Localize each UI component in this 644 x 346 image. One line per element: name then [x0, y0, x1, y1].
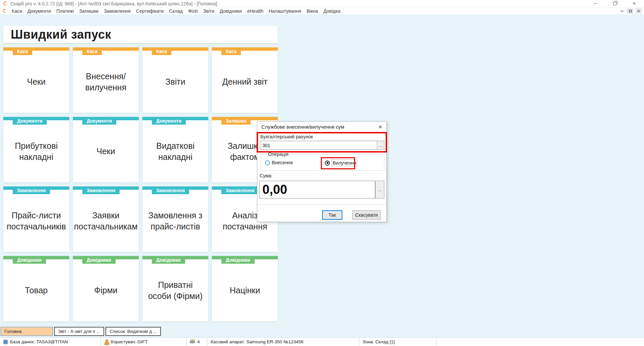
tile-заявки-постачальникам[interactable]: ЗамовленняЗаявки постачальникам — [73, 186, 139, 252]
status-text: База даних: TASA3@TITAN — [10, 339, 68, 344]
status-bar: База даних: TASA3@TITANКористувач: GIFT4… — [0, 337, 644, 346]
tile-приватні-особи-фірми-[interactable]: ДовідникиПриватні особи (Фірми) — [142, 256, 208, 321]
account-input[interactable]: 301 — [260, 141, 377, 150]
menu-item-12[interactable]: Налаштування — [266, 7, 304, 14]
close-button[interactable]: × — [625, 0, 644, 7]
menu-item-1[interactable]: Каса — [9, 7, 25, 14]
minimize-button[interactable] — [586, 0, 605, 7]
radio-deposit-label: Внесення — [272, 160, 293, 165]
tile-label: Внесення/вилучення — [78, 51, 134, 113]
tile-label: Націнки — [217, 259, 273, 321]
menu-item-3[interactable]: Платежі — [54, 7, 77, 14]
sum-browse-button[interactable]: ... — [375, 181, 384, 199]
document-tabs: ГоловнаЗвіт - X-звіт для п ...Список: Ви… — [1, 327, 161, 336]
menu-item-10[interactable]: Довідники — [217, 7, 245, 14]
close-icon: × — [633, 1, 636, 6]
cancel-button[interactable]: Скасувати — [352, 210, 381, 220]
tile-внесення-вилучення[interactable]: КасаВнесення/вилучення — [73, 47, 139, 113]
tile-label: Приватні особи (Фірми) — [147, 259, 204, 321]
service-deposit-withdraw-dialog: Службове внесення/вилучення сум × Бухгал… — [257, 121, 387, 222]
operation-group-label: Операція — [266, 152, 290, 157]
menu-item-7[interactable]: Склад — [166, 7, 185, 14]
status-text: 4 — [197, 339, 200, 344]
tile-label: Замовлення з прайс-листів — [147, 190, 204, 252]
dialog-close-button[interactable]: × — [374, 122, 386, 132]
user-icon — [104, 339, 109, 344]
mdi-close-icon: × — [637, 8, 640, 13]
account-browse-button[interactable]: ... — [377, 141, 384, 150]
status-cell-2: Користувач: GIFT — [101, 338, 186, 346]
tab-2[interactable]: Звіт - X-звіт для п ... — [54, 327, 104, 336]
status-cell-3: 4 — [186, 338, 207, 346]
tile-звіти[interactable]: КасаЗвіти — [142, 47, 208, 113]
tile-денний-звіт[interactable]: КасаДенний звіт — [212, 47, 278, 113]
tile-чеки[interactable]: ДокументиЧеки — [73, 117, 139, 182]
tile-label: Видаткові накладні — [147, 120, 204, 182]
tab-3[interactable]: Список: Видаткові д ... — [105, 327, 161, 336]
tile-фірми[interactable]: ДовідникиФірми — [73, 256, 139, 321]
radio-withdraw-label: Вилучення — [332, 160, 357, 166]
radio-deposit-icon — [265, 160, 270, 165]
dialog-footer-divider — [257, 205, 386, 205]
mdi-restore-button[interactable] — [627, 8, 634, 14]
sum-label: Сума: — [260, 173, 272, 178]
account-value: 301 — [262, 143, 270, 148]
menu-item-8[interactable]: Філії — [185, 7, 201, 14]
mdi-window-controls: × — [618, 8, 644, 14]
radio-withdraw[interactable]: Вилучення — [325, 160, 357, 166]
menu-item-6[interactable]: Сертифікати — [133, 7, 166, 14]
mdi-minimize-button[interactable] — [618, 8, 625, 14]
tile-label: Звіти — [147, 51, 204, 113]
status-text: Касовий апарат: Samsung ER-350 №123456 — [211, 339, 303, 344]
dialog-title: Службове внесення/вилучення сум — [257, 124, 344, 130]
tile-чеки[interactable]: КасаЧеки — [3, 47, 69, 113]
tile-label: Фірми — [78, 259, 134, 321]
tile-label: Прайс-листи постачальників — [8, 190, 65, 252]
status-text: Зона: Склад [1] — [362, 339, 395, 344]
status-cell-4: Касовий апарат: Samsung ER-350 №123456 — [207, 338, 359, 346]
ok-button[interactable]: Так — [322, 210, 342, 220]
menu-item-4[interactable]: Залишки — [77, 7, 101, 14]
title-bar: Скарб pro v. 4.0.2.72 [ІД: 969] - [Апт №… — [0, 0, 644, 7]
tile-прайс-листи-постачальників[interactable]: ЗамовленняПрайс-листи постачальників — [3, 186, 69, 252]
radio-deposit[interactable]: Внесення — [265, 160, 293, 165]
menu-item-13[interactable]: Вікна — [304, 7, 321, 14]
restore-icon — [613, 2, 616, 5]
menu-bar: КасаДокументиПлатежіЗалишкиЗамовленняСер… — [0, 7, 644, 15]
menu-item-9[interactable]: Звіти — [201, 7, 217, 14]
sum-browse-label: ... — [378, 187, 382, 192]
quick-launch-banner: Швидкий запуск — [3, 26, 278, 43]
menu-item-11[interactable]: eHealth — [245, 7, 266, 14]
account-label: Бухгалтерський рахунок — [260, 134, 313, 139]
radio-withdraw-icon — [325, 161, 330, 166]
menu-item-5[interactable]: Замовлення — [101, 7, 133, 14]
mdi-restore-icon — [629, 10, 632, 12]
tile-товар[interactable]: ДовідникиТовар — [3, 256, 69, 321]
menu-item-2[interactable]: Документи — [25, 7, 54, 14]
window-title: Скарб pro v. 4.0.2.72 [ІД: 969] - [Апт №… — [10, 1, 217, 6]
window-controls: × — [586, 0, 644, 7]
tab-1[interactable]: Головна — [1, 327, 53, 336]
status-cell-5: Зона: Склад [1] — [359, 338, 436, 346]
sum-input[interactable]: 0,00 — [259, 181, 375, 199]
minimize-icon — [594, 3, 597, 4]
status-text: Користувач: GIFT — [111, 339, 148, 344]
tile-прибуткові-накладні[interactable]: ДокументиПрибуткові накладні — [3, 117, 69, 182]
restore-button[interactable] — [605, 0, 625, 7]
tile-label: Заявки постачальникам — [78, 190, 134, 252]
menu-item-14[interactable]: Довідка — [321, 7, 343, 14]
mdi-close-button[interactable]: × — [635, 8, 642, 14]
mdi-minimize-icon — [620, 11, 624, 11]
tile-видаткові-накладні[interactable]: ДокументиВидаткові накладні — [142, 117, 208, 182]
app-logo-icon — [3, 1, 7, 6]
tile-label: Товар — [8, 259, 65, 321]
dialog-title-bar: Службове внесення/вилучення сум × — [257, 122, 386, 132]
tile-замовлення-з-прайс-листів[interactable]: ЗамовленняЗамовлення з прайс-листів — [142, 186, 208, 252]
operation-groupbox: Операція Внесення Вилучення — [261, 154, 384, 171]
printer-icon — [190, 340, 195, 344]
account-browse-label: ... — [379, 143, 383, 148]
tile-націнки[interactable]: ДовідникиНацінки — [212, 256, 278, 321]
sum-value: 0,00 — [262, 182, 287, 197]
dialog-close-icon: × — [378, 123, 382, 131]
page-title: Швидкий запуск — [3, 28, 111, 42]
